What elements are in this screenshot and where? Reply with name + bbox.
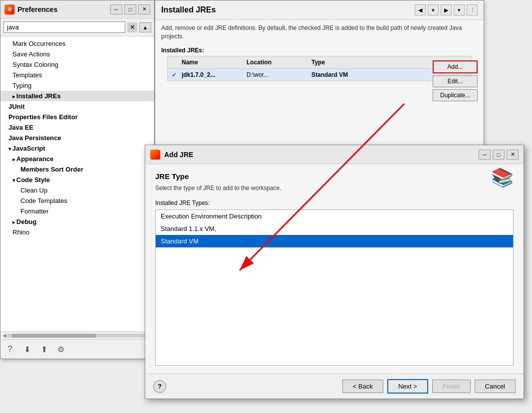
- tree-item-templates[interactable]: Templates: [0, 70, 154, 80]
- scroll-up-button[interactable]: ▲: [139, 22, 151, 32]
- jre-location: D:\wor...: [243, 70, 307, 79]
- minimize-button[interactable]: ─: [110, 4, 122, 14]
- jre-types-list[interactable]: Execution Environment DescriptionStandar…: [155, 209, 514, 366]
- jres-table: Name Location Type ✓ jdk1.7.0_2... D:\wo…: [167, 56, 472, 81]
- tree-area: Mark OccurrencesSave ActionsSyntax Color…: [0, 36, 154, 331]
- dialog-close-button[interactable]: ✕: [507, 150, 519, 160]
- scrollbar-thumb[interactable]: [6, 334, 148, 338]
- tree-item-typing[interactable]: Typing: [0, 80, 154, 91]
- section-desc: Select the type of JRE to add to the wor…: [155, 185, 514, 192]
- tree-item-clean-up[interactable]: Clean Up: [0, 185, 154, 196]
- dialog-titlebar: Add JRE ─ □ ✕: [145, 145, 524, 164]
- tree-item-code-style[interactable]: Code Style: [0, 175, 154, 185]
- export-button[interactable]: ⬆: [37, 343, 50, 356]
- jres-header: Installed JREs ◀ ▾ ▶ ▾ ⋮: [155, 0, 484, 20]
- jres-table-container: Name Location Type ✓ jdk1.7.0_2... D:\wo…: [161, 56, 478, 81]
- back-dropdown-button[interactable]: ▾: [428, 4, 439, 15]
- more-button[interactable]: ⋮: [467, 4, 478, 15]
- tree-item-junit[interactable]: JUnit: [0, 101, 154, 112]
- tree-item-rhino[interactable]: Rhino: [0, 227, 154, 237]
- tree-item-formatter[interactable]: Formatter: [0, 206, 154, 216]
- dialog-title: Add JRE: [164, 151, 475, 159]
- tree-item-java-persistence[interactable]: Java Persistence: [0, 133, 154, 143]
- dialog-body: 📚 JRE Type Select the type of JRE to add…: [145, 164, 524, 374]
- col-name-header: Name: [178, 58, 243, 67]
- bottom-toolbar: ? ⬇ ⬆ ⚙: [0, 339, 154, 359]
- add-jre-dialog: Add JRE ─ □ ✕ 📚 JRE Type Select the type…: [145, 145, 524, 399]
- finish-button[interactable]: Finish: [432, 380, 471, 393]
- col-check: [168, 58, 178, 67]
- jres-panel: Installed JREs ◀ ▾ ▶ ▾ ⋮ Add, remove or …: [155, 0, 484, 155]
- tree-item-javascript[interactable]: JavaScript: [0, 143, 154, 154]
- jres-title: Installed JREs: [161, 5, 216, 14]
- preferences-window: ⚙ Preferences ─ □ ✕ ✕ ▲ Mark Occurrences…: [0, 0, 155, 359]
- preferences-icon: ⚙: [4, 4, 14, 14]
- col-location-header: Location: [243, 58, 307, 67]
- back-nav-button[interactable]: ◀: [415, 4, 426, 15]
- tree-item-appearance[interactable]: Appearance: [0, 154, 154, 164]
- forward-dropdown-button[interactable]: ▾: [454, 4, 465, 15]
- jre-name: jdk1.7.0_2...: [178, 70, 243, 79]
- tree-item-installed-jres[interactable]: Installed JREs: [0, 91, 154, 101]
- books-icon: 📚: [491, 167, 514, 188]
- import-button[interactable]: ⬇: [20, 343, 33, 356]
- help-button[interactable]: ?: [3, 343, 16, 356]
- preferences-titlebar: ⚙ Preferences ─ □ ✕: [0, 0, 154, 18]
- dialog-maximize-button[interactable]: □: [493, 150, 505, 160]
- installed-jres-label: Installed JREs:: [155, 45, 484, 56]
- jre-type-standard-1x[interactable]: Standard 1.1.x VM,: [156, 222, 513, 235]
- jre-type: Standard VM: [307, 70, 367, 79]
- table-row[interactable]: ✓ jdk1.7.0_2... D:\wor... Standard VM: [168, 69, 471, 81]
- tree-item-properties-files-editor[interactable]: Properties Files Editor: [0, 112, 154, 122]
- settings-button[interactable]: ⚙: [54, 343, 67, 356]
- dialog-footer: ? < Back Next > Finish Cancel: [145, 374, 524, 399]
- next-button[interactable]: Next >: [387, 379, 428, 394]
- dialog-help-button[interactable]: ?: [153, 380, 166, 393]
- panel-nav: ◀ ▾ ▶ ▾ ⋮: [415, 4, 478, 15]
- tree-item-java-ee[interactable]: Java EE: [0, 122, 154, 133]
- tree-item-save-actions[interactable]: Save Actions: [0, 49, 154, 59]
- preferences-controls: ─ □ ✕: [110, 4, 150, 14]
- jre-checkbox[interactable]: ✓: [168, 70, 178, 79]
- tree-item-debug[interactable]: Debug: [0, 216, 154, 227]
- back-button[interactable]: < Back: [342, 380, 383, 393]
- col-type-header: Type: [307, 58, 367, 67]
- dialog-icon: [150, 150, 160, 160]
- forward-nav-button[interactable]: ▶: [441, 4, 452, 15]
- jre-type-standard-vm[interactable]: Standard VM: [156, 235, 513, 247]
- search-clear-button[interactable]: ✕: [127, 22, 137, 32]
- tree-item-members-sort-order[interactable]: Members Sort Order: [0, 164, 154, 175]
- tree-item-syntax-coloring[interactable]: Syntax Coloring: [0, 59, 154, 70]
- section-title: JRE Type: [155, 172, 514, 181]
- maximize-button[interactable]: □: [124, 4, 136, 14]
- jre-type-exec-env[interactable]: Execution Environment Description: [156, 210, 513, 222]
- cancel-button[interactable]: Cancel: [475, 380, 516, 393]
- search-input[interactable]: [3, 21, 125, 33]
- dialog-minimize-button[interactable]: ─: [479, 150, 491, 160]
- jres-table-header: Name Location Type: [168, 56, 471, 69]
- search-bar: ✕ ▲: [0, 18, 154, 36]
- horizontal-scrollbar[interactable]: ◀ ▶: [0, 331, 154, 339]
- duplicate-jre-button[interactable]: Duplicate...: [433, 89, 478, 101]
- installed-types-label: Installed JRE Types:: [155, 200, 514, 206]
- dialog-controls: ─ □ ✕: [479, 150, 519, 160]
- close-button[interactable]: ✕: [138, 4, 150, 14]
- add-jre-button[interactable]: Add...: [433, 60, 478, 73]
- jre-action-buttons: Add... Edit... Duplicate...: [433, 60, 478, 101]
- tree-item-code-templates[interactable]: Code Templates: [0, 196, 154, 206]
- preferences-title: Preferences: [17, 5, 107, 13]
- tree-item-mark-occurrences[interactable]: Mark Occurrences: [0, 38, 154, 49]
- jres-description: Add, remove or edit JRE definitions. By …: [155, 20, 484, 45]
- edit-jre-button[interactable]: Edit...: [433, 75, 478, 87]
